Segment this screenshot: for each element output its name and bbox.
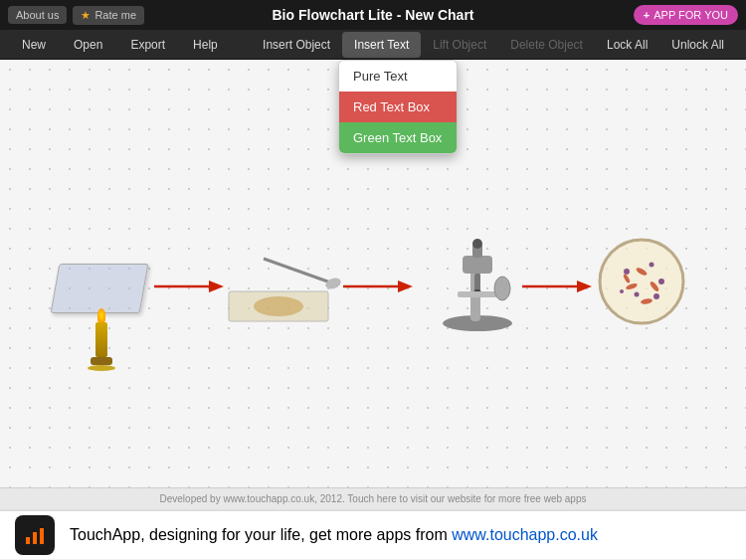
svg-point-21 [650,263,654,268]
svg-point-5 [254,296,303,316]
footer-brand-text: TouchApp, designing for your life, get m… [70,526,598,544]
insert-text-dropdown: Pure Text Red Text Box Green Text Box [338,60,458,154]
svg-rect-33 [33,532,37,544]
menu-group-right: Insert Object Insert Text Lift Object De… [251,32,736,58]
menu-bar: New Open Export Help Insert Object Inser… [0,30,746,60]
menu-lock-all[interactable]: Lock All [595,32,659,58]
menu-export[interactable]: Export [118,32,177,58]
menu-delete-object[interactable]: Delete Object [498,32,595,58]
svg-marker-1 [209,280,224,292]
footer-brand-link[interactable]: www.touchapp.co.uk [452,526,598,543]
dropdown-green-text-box[interactable]: Green Text Box [339,122,457,153]
menu-insert-text[interactable]: Insert Text [342,32,421,58]
footer-dev-text[interactable]: Developed by www.touchapp.co.uk, 2012. T… [0,487,746,509]
brand-icon [15,515,55,555]
dropdown-pure-text[interactable]: Pure Text [339,61,457,92]
svg-point-3 [324,277,342,291]
menu-group-left: New Open Export Help [10,32,230,58]
top-bar-left: About us ★ Rate me [8,6,144,25]
footer-dev-label: Developed by www.touchapp.co.uk, 2012. T… [160,493,587,504]
svg-point-12 [472,239,482,249]
svg-point-20 [624,269,630,275]
about-us-button[interactable]: About us [8,6,67,24]
svg-rect-10 [463,256,492,274]
petri-dish-object[interactable] [597,237,686,330]
about-us-label: About us [16,9,59,21]
svg-marker-18 [577,280,592,292]
candle-plate [88,365,115,371]
menu-insert-object[interactable]: Insert Object [251,32,342,58]
svg-point-24 [653,293,659,299]
menu-lift-object[interactable]: Lift Object [421,32,498,58]
candle-body [95,322,107,357]
svg-rect-32 [26,537,30,544]
menu-unlock-all[interactable]: Unlock All [659,32,736,58]
microscope-object[interactable] [433,234,522,337]
arrow-3 [522,277,592,300]
top-bar: About us ★ Rate me Bio Flowchart Lite - … [0,0,746,30]
chart-icon [23,523,47,547]
star-icon: ★ [81,9,91,22]
menu-new[interactable]: New [10,32,58,58]
svg-marker-7 [398,280,413,292]
app-title: Bio Flowchart Lite - New Chart [272,7,473,23]
candle-flame [97,308,105,322]
svg-rect-34 [40,528,44,544]
dropdown-red-text-box[interactable]: Red Text Box [339,92,457,122]
svg-rect-15 [458,291,497,297]
svg-point-22 [658,279,664,284]
svg-point-16 [494,277,510,300]
rate-me-button[interactable]: ★ Rate me [73,6,144,25]
menu-help[interactable]: Help [181,32,230,58]
candle-base [91,357,112,365]
rate-me-label: Rate me [94,9,136,21]
arrow-2 [343,277,413,300]
candle-object [88,308,115,371]
svg-point-25 [620,289,624,293]
svg-point-23 [635,292,640,297]
glass-slide-object[interactable] [224,254,343,337]
footer-brand: TouchApp, designing for your life, get m… [0,509,746,559]
app-for-you-label: APP FOR YOU [653,9,728,21]
footer-brand-static: TouchApp, designing for your life, get m… [70,526,452,543]
arrow-1 [154,277,224,300]
svg-line-2 [264,259,333,283]
app-for-you-button[interactable]: APP FOR YOU [634,5,738,25]
slide-object[interactable] [55,264,144,313]
menu-open[interactable]: Open [62,32,114,58]
